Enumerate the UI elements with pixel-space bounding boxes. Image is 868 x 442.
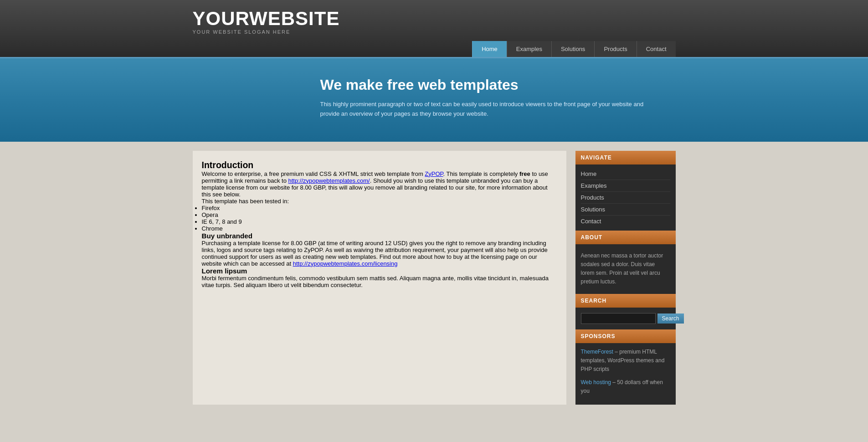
sponsor-link[interactable]: ThemeForest — [581, 349, 613, 355]
about-header: ABOUT — [575, 231, 676, 244]
sidebar-about-body: Aenean nec massa a tortor auctor sodales… — [575, 244, 676, 294]
header: YOURWEBSITE YOUR WEBSITE SLOGAN HERE Hom… — [0, 0, 868, 58]
sidebar-search: SEARCH Search — [575, 294, 676, 329]
sidebar: NAVIGATE HomeExamplesProductsSolutionsCo… — [575, 151, 676, 405]
list-item: Chrome — [202, 225, 557, 232]
site-slogan: YOUR WEBSITE SLOGAN HERE — [193, 29, 676, 35]
search-button[interactable]: Search — [657, 314, 684, 324]
sidebar-nav-examples[interactable]: Examples — [581, 180, 670, 192]
licensing-link[interactable]: http://zypopwebtemplates.com/licensing — [293, 260, 398, 267]
sidebar-sponsors: SPONSORS ThemeForest – premium HTML temp… — [575, 329, 676, 405]
main-content: Introduction Welcome to enterprise, a fr… — [193, 151, 566, 405]
nav-item-home[interactable]: Home — [472, 41, 507, 57]
about-text: Aenean nec massa a tortor auctor sodales… — [581, 248, 670, 290]
sidebar-nav-contact[interactable]: Contact — [581, 216, 670, 227]
navigate-header: NAVIGATE — [575, 151, 676, 164]
intro-heading: Introduction — [202, 160, 557, 170]
sidebar-nav-home[interactable]: Home — [581, 168, 670, 180]
intro-paragraph-2: This template has been tested in: — [202, 198, 557, 205]
sponsors-header: SPONSORS — [575, 329, 676, 343]
zypop-website-link[interactable]: http://zypopwebtemplates.com/ — [288, 177, 370, 184]
buy-heading: Buy unbranded — [202, 232, 557, 240]
sidebar-nav-solutions[interactable]: Solutions — [581, 204, 670, 216]
hero-description: This highly prominent paragraph or two o… — [320, 100, 648, 119]
site-title: YOURWEBSITE — [193, 8, 676, 29]
main-nav: HomeExamplesSolutionsProductsContact — [193, 41, 676, 57]
sidebar-about: ABOUT Aenean nec massa a tortor auctor s… — [575, 231, 676, 294]
nav-item-contact[interactable]: Contact — [637, 41, 676, 57]
search-input[interactable] — [581, 313, 656, 324]
sponsor-link[interactable]: Web hosting — [581, 379, 611, 385]
sidebar-search-body: Search — [575, 308, 676, 329]
browser-list: FirefoxOperaIE 6, 7, 8 and 9Chrome — [202, 205, 557, 232]
list-item: Firefox — [202, 205, 557, 211]
sidebar-navigate: NAVIGATE HomeExamplesProductsSolutionsCo… — [575, 151, 676, 231]
list-item: IE 6, 7, 8 and 9 — [202, 218, 557, 225]
buy-paragraph: Purchasing a template license for 8.00 G… — [202, 240, 557, 267]
list-item: ThemeForest – premium HTML templates, Wo… — [581, 348, 670, 374]
intro-paragraph-1: Welcome to enterprise, a free premium va… — [202, 170, 557, 198]
hero-heading: We make free web templates — [320, 77, 676, 93]
list-item: Opera — [202, 211, 557, 218]
nav-item-products[interactable]: Products — [594, 41, 636, 57]
lorem-heading: Lorem lipsum — [202, 267, 557, 275]
sidebar-nav-products[interactable]: Products — [581, 192, 670, 204]
search-header: SEARCH — [575, 294, 676, 308]
nav-item-examples[interactable]: Examples — [507, 41, 551, 57]
nav-item-solutions[interactable]: Solutions — [551, 41, 594, 57]
sidebar-nav-body: HomeExamplesProductsSolutionsContact — [575, 164, 676, 231]
lorem-paragraph: Morbi fermentum condimentum felis, commo… — [202, 275, 557, 288]
zypop-link[interactable]: ZyPOP — [425, 170, 443, 177]
hero-section: We make free web templates This highly p… — [0, 58, 868, 142]
sidebar-sponsors-body: ThemeForest – premium HTML templates, Wo… — [575, 343, 676, 405]
list-item: Web hosting – 50 dollars off when you — [581, 378, 670, 396]
